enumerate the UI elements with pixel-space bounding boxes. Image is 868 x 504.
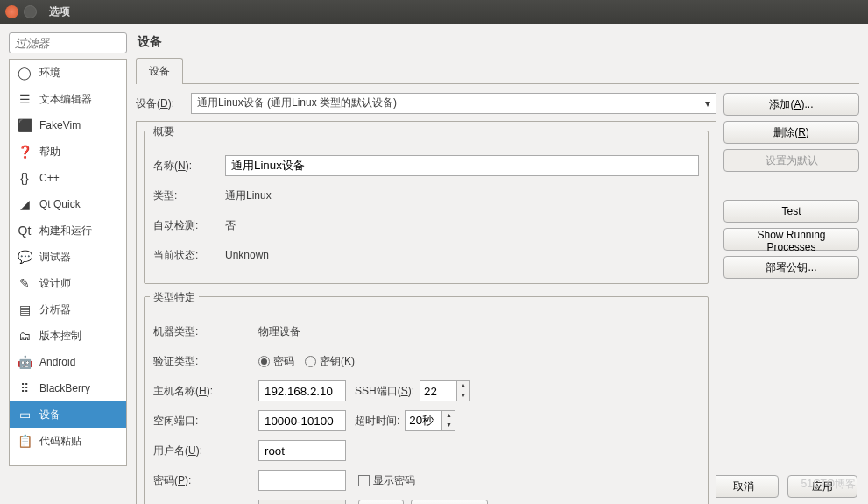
show-processes-button[interactable]: Show Running Processes xyxy=(723,228,859,251)
sidebar-item-label: 设备 xyxy=(39,408,60,422)
sidebar-icon: ▭ xyxy=(15,405,34,424)
sidebar-item-label: FakeVim xyxy=(39,119,81,131)
content: 设备 设备 设备(D): 通用Linux设备 (通用Linux 类型的默认设备)… xyxy=(136,32,859,466)
overview-group: 概要 名称(N): 类型:通用Linux 自动检测:否 当前状态:Unknown xyxy=(144,131,709,284)
type-label: 类型: xyxy=(153,188,225,203)
user-label: 用户名(U): xyxy=(153,444,258,458)
sidebar-icon: Qt xyxy=(15,221,34,240)
sidebar-item-8[interactable]: ✎设计师 xyxy=(10,270,126,296)
sidebar-item-label: 构建和运行 xyxy=(39,224,92,238)
sidebar-item-label: Qt Quick xyxy=(39,198,81,210)
sidebar-icon: ▤ xyxy=(15,300,34,319)
auth-label: 验证类型: xyxy=(153,354,258,369)
tab-devices[interactable]: 设备 xyxy=(136,58,183,84)
sidebar-item-label: 环境 xyxy=(39,66,60,81)
test-button[interactable]: Test xyxy=(723,200,859,223)
detail-scroll: 概要 名称(N): 类型:通用Linux 自动检测:否 当前状态:Unknown… xyxy=(136,121,716,504)
sidebar-item-label: 设计师 xyxy=(39,276,71,291)
state-label: 当前状态: xyxy=(153,248,225,263)
deploy-key-button[interactable]: 部署公钥... xyxy=(723,256,859,279)
host-input[interactable] xyxy=(258,380,346,401)
name-label: 名称(N): xyxy=(153,159,225,174)
sidebar-icon: ❓ xyxy=(15,142,34,161)
set-default-button: 设置为默认 xyxy=(723,149,859,172)
sidebar-item-0[interactable]: ◯环境 xyxy=(10,60,126,86)
sidebar-item-7[interactable]: 💬调试器 xyxy=(10,244,126,270)
sidebar-item-6[interactable]: Qt构建和运行 xyxy=(10,217,126,244)
chevron-down-icon: ▾ xyxy=(705,97,710,110)
sidebar-item-label: 代码粘贴 xyxy=(39,434,81,449)
password-label: 密码(P): xyxy=(153,473,258,488)
device-label: 设备(D): xyxy=(136,96,184,111)
sidebar-icon: 📋 xyxy=(15,431,34,451)
auth-password-radio[interactable] xyxy=(258,356,270,367)
sidebar-icon: {} xyxy=(15,168,34,188)
sidebar-item-2[interactable]: ⬛FakeVim xyxy=(10,112,126,138)
sidebar-item-label: 帮助 xyxy=(39,145,60,160)
filter-input[interactable] xyxy=(9,32,127,53)
add-button[interactable]: 添加(A)... xyxy=(723,93,859,116)
freeport-label: 空闲端口: xyxy=(153,414,258,429)
sidebar-item-label: 分析器 xyxy=(39,302,71,317)
sidebar-icon: 🗂 xyxy=(15,326,34,345)
sidebar-icon: ⠿ xyxy=(15,379,34,398)
sidebar-item-5[interactable]: ◢Qt Quick xyxy=(10,191,126,217)
password-input[interactable] xyxy=(258,470,346,491)
sidebar-item-12[interactable]: ⠿BlackBerry xyxy=(10,375,126,401)
sidebar-item-13[interactable]: ▭设备 xyxy=(10,401,126,428)
sidebar-item-10[interactable]: 🗂版本控制 xyxy=(10,323,126,349)
delete-button[interactable]: 删除(R) xyxy=(723,121,859,144)
tabrow: 设备 xyxy=(136,57,859,84)
sidebar-list: ◯环境☰文本编辑器⬛FakeVim❓帮助{}C++◢Qt QuickQt构建和运… xyxy=(9,59,127,466)
sidebar-item-label: BlackBerry xyxy=(39,382,90,394)
keyfile-input xyxy=(258,500,346,504)
type-value: 通用Linux xyxy=(225,188,272,203)
sidebar-icon: ◯ xyxy=(15,63,34,82)
sidebar-item-label: Android xyxy=(39,356,75,368)
typespec-group: 类型特定 机器类型:物理设备 验证类型: 密码 密钥(K) 主机名称(H): xyxy=(144,296,709,504)
close-icon[interactable] xyxy=(5,5,18,18)
sidebar: ◯环境☰文本编辑器⬛FakeVim❓帮助{}C++◢Qt QuickQt构建和运… xyxy=(9,32,127,466)
sidebar-icon: ◢ xyxy=(15,195,34,214)
sshport-label: SSH端口(S): xyxy=(355,384,414,399)
timeout-spin[interactable]: ▲▼ xyxy=(405,410,457,431)
typespec-legend: 类型特定 xyxy=(150,290,199,305)
sidebar-item-4[interactable]: {}C++ xyxy=(10,165,126,191)
sidebar-item-label: 版本控制 xyxy=(39,329,81,344)
auth-key-radio[interactable] xyxy=(305,356,316,367)
page-title: 设备 xyxy=(138,34,859,50)
titlebar: 选项 xyxy=(0,0,868,24)
sidebar-item-1[interactable]: ☰文本编辑器 xyxy=(10,86,126,112)
machine-label: 机器类型: xyxy=(153,324,258,339)
cancel-button[interactable]: 取消 xyxy=(709,475,779,498)
watermark: 51CTO博客 xyxy=(801,477,856,492)
newkey-button[interactable]: 创建新密钥... xyxy=(411,500,488,504)
autodetect-value: 否 xyxy=(225,218,236,233)
sidebar-item-9[interactable]: ▤分析器 xyxy=(10,296,126,323)
timeout-label: 超时时间: xyxy=(355,414,399,429)
sidebar-item-3[interactable]: ❓帮助 xyxy=(10,138,126,165)
host-label: 主机名称(H): xyxy=(153,384,258,399)
name-input[interactable] xyxy=(225,155,699,176)
autodetect-label: 自动检测: xyxy=(153,218,225,233)
sidebar-item-label: C++ xyxy=(39,172,60,184)
machine-value: 物理设备 xyxy=(258,324,300,339)
sidebar-item-label: 调试器 xyxy=(39,250,71,265)
state-value: Unknown xyxy=(225,249,269,261)
user-input[interactable] xyxy=(258,440,346,461)
browse-button: 浏览... xyxy=(358,500,404,504)
sidebar-item-14[interactable]: 📋代码粘贴 xyxy=(10,428,126,454)
freeport-input[interactable] xyxy=(258,410,346,431)
sidebar-icon: 🤖 xyxy=(15,352,34,372)
right-buttons: 添加(A)... 删除(R) 设置为默认 Test Show Running P… xyxy=(723,93,859,504)
sidebar-icon: ☰ xyxy=(15,89,34,109)
sshport-spin[interactable]: ▲▼ xyxy=(420,380,472,401)
minimize-icon[interactable] xyxy=(24,5,37,18)
window-title: 选项 xyxy=(49,4,70,19)
sidebar-item-11[interactable]: 🤖Android xyxy=(10,349,126,375)
sidebar-icon: 💬 xyxy=(15,247,34,266)
sidebar-item-label: 文本编辑器 xyxy=(39,92,92,107)
sidebar-icon: ⬛ xyxy=(15,116,34,135)
device-select[interactable]: 通用Linux设备 (通用Linux 类型的默认设备) ▾ xyxy=(191,93,716,114)
showpw-check[interactable] xyxy=(358,475,370,486)
